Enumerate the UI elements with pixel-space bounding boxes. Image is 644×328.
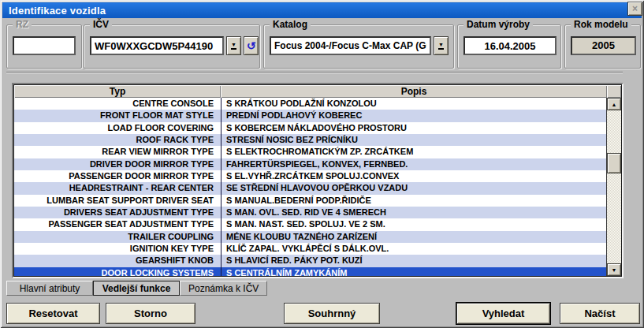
katalog-combobox[interactable] <box>270 36 431 55</box>
cell-typ[interactable]: FRONT FLOOR MAT STYLE <box>14 110 221 121</box>
table-row[interactable]: IGNITION KEY TYPE KLÍČ ZAPAL. VYKLÁPĚCÍ … <box>14 243 606 255</box>
scrollbar-thumb[interactable] <box>607 153 621 173</box>
cell-typ[interactable]: REAR VIEW MIRROR TYPE <box>14 146 221 158</box>
scrollbar-track[interactable] <box>607 110 621 263</box>
tab-poznamka-k-icv[interactable]: Poznámka k IČV <box>180 281 267 296</box>
vehicle-identification-dialog: Identifikace vozidla × RZ IČV ▼ ↺ Katalo… <box>0 0 644 328</box>
cell-typ[interactable]: HEADRESTRAINT - REAR CENTER <box>14 182 221 194</box>
icv-input[interactable] <box>90 36 224 55</box>
table-row[interactable]: FRONT FLOOR MAT STYLE PREDNÍ PODLAHOVÝ K… <box>14 110 606 121</box>
groupbox-datum-vyroby: Datum výroby <box>457 24 561 69</box>
table-row[interactable]: REAR VIEW MIRROR TYPE S ELEKTROCHROMATIC… <box>14 146 606 158</box>
cell-popis[interactable]: SE STŘEDNÍ HLAVOVOU OPĚRKOU VZADU <box>221 182 606 194</box>
icv-dropdown-button[interactable]: ▼ <box>226 36 241 55</box>
titlebar[interactable]: Identifikace vozidla <box>2 2 642 18</box>
nacist-button[interactable]: Načíst <box>560 303 640 324</box>
cell-typ[interactable]: TRAILER COUPLING <box>14 231 221 243</box>
cell-popis[interactable]: S KOBERCEM NÁKLADOVÉHO PROSTORU <box>221 122 606 134</box>
souhrnny-button[interactable]: Souhrnný <box>284 303 380 324</box>
close-button[interactable]: × <box>627 2 642 16</box>
tab-bar: Hlavní atributy Vedlejší funkce Poznámka… <box>6 281 267 296</box>
cell-popis[interactable]: S HLAVICÍ RED. PÁKY POT. KUZÍ <box>221 255 606 266</box>
table-row[interactable]: DRIVERS SEAT ADJUSTMENT TYPE S MAN. OVL.… <box>14 207 606 218</box>
header-corner <box>607 85 621 98</box>
cell-popis[interactable]: S KRÁTKOU PODLAŽNÍ KONZOLOU <box>221 98 606 110</box>
table-header: Typ Popis <box>14 85 621 98</box>
cell-typ[interactable]: DOOR LOCKING SYSTEMS <box>14 267 221 276</box>
table-row[interactable]: ROOF RACK TYPE STRESNÍ NOSIC BEZ PRÍCNÍK… <box>14 134 606 146</box>
groupbox-katalog: Katalog ▼ <box>263 24 454 69</box>
tab-hlavni-atributy[interactable]: Hlavní atributy <box>6 281 93 296</box>
scroll-up-button[interactable]: ▲ <box>607 98 621 110</box>
cell-typ[interactable]: GEARSHIFT KNOB <box>14 255 221 266</box>
table-row[interactable]: CENTRE CONSOLE S KRÁTKOU PODLAŽNÍ KONZOL… <box>14 98 606 110</box>
cell-typ[interactable]: ROOF RACK TYPE <box>14 134 221 146</box>
katalog-dropdown-button[interactable]: ▼ <box>434 36 449 55</box>
table-row[interactable]: PASSENGER SEAT ADJUSTMENT TYPE S MAN. NA… <box>14 218 606 230</box>
groupbox-rz: RZ <box>6 24 82 69</box>
katalog-label: Katalog <box>270 19 311 30</box>
cell-typ[interactable]: PASSENGER SEAT ADJUSTMENT TYPE <box>14 218 221 230</box>
cell-typ[interactable]: LUMBAR SEAT SUPPORT DRIVER SEAT <box>14 195 221 207</box>
table-rows: CENTRE CONSOLE S KRÁTKOU PODLAŽNÍ KONZOL… <box>14 98 606 276</box>
cell-popis[interactable]: STRESNÍ NOSIC BEZ PRÍCNÍKU <box>221 134 606 146</box>
tab-label: Poznámka k IČV <box>188 283 259 294</box>
cell-typ[interactable]: IGNITION KEY TYPE <box>14 243 221 255</box>
cell-popis[interactable]: S MAN. NAST. SED. SPOLUJ. VE 2 SM. <box>221 218 606 230</box>
groupbox-rok-modelu: Rok modelu 2005 <box>564 24 641 69</box>
dropdown-arrow-icon: ▼ <box>438 42 444 50</box>
table-row[interactable]: DRIVER DOOR MIRROR TYPE FAHRERTÜRSPIEGEL… <box>14 158 606 170</box>
table-row[interactable]: GEARSHIFT KNOB S HLAVICÍ RED. PÁKY POT. … <box>14 255 606 266</box>
close-icon: × <box>632 3 638 14</box>
datum-vyroby-label: Datum výroby <box>463 19 533 30</box>
undo-icon: ↺ <box>247 40 256 51</box>
table-row[interactable]: HEADRESTRAINT - REAR CENTER SE STŘEDNÍ H… <box>14 182 606 194</box>
table-row[interactable]: TRAILER COUPLING MÉNE KLOUBU TAZNÉHO ZAR… <box>14 231 606 243</box>
table-row[interactable]: LUMBAR SEAT SUPPORT DRIVER SEAT S MANUAL… <box>14 195 606 207</box>
cell-typ[interactable]: LOAD FLOOR COVERING <box>14 122 221 134</box>
rok-modelu-value: 2005 <box>571 36 636 55</box>
window-title: Identifikace vozidla <box>2 5 106 17</box>
cell-typ[interactable]: CENTRE CONSOLE <box>14 98 221 110</box>
scroll-up-icon: ▲ <box>612 102 617 107</box>
tab-label: Vedlejší funkce <box>102 283 171 294</box>
vyhledat-button[interactable]: Vyhledat <box>456 303 550 324</box>
tab-label: Hlavní atributy <box>20 283 80 294</box>
cell-popis[interactable]: MÉNE KLOUBU TAZNÉHO ZARÍZENÍ <box>221 231 606 243</box>
cell-typ[interactable]: DRIVERS SEAT ADJUSTMENT TYPE <box>14 207 221 218</box>
attributes-table: Typ Popis CENTRE CONSOLE S KRÁTKOU PODLA… <box>12 83 624 278</box>
table-row[interactable]: DOOR LOCKING SYSTEMS S CENTRÁLNÍM ZAMYKÁ… <box>14 267 606 276</box>
tab-vedlejsi-funkce[interactable]: Vedlejší funkce <box>93 281 180 296</box>
table-row[interactable]: LOAD FLOOR COVERING S KOBERCEM NÁKLADOVÉ… <box>14 122 606 134</box>
cell-popis[interactable]: S MAN. OVL. SED. RID VE 4 SMERECH <box>221 207 606 218</box>
cell-typ[interactable]: DRIVER DOOR MIRROR TYPE <box>14 158 221 170</box>
cell-popis[interactable]: S EL.VYHŘ.ZRCÁTKEM SPOLUJ.CONVEX <box>221 170 606 182</box>
cell-popis[interactable]: S ELEKTROCHROMATICKÝM ZP. ZRCÁTKEM <box>221 146 606 158</box>
icv-label: IČV <box>90 19 112 30</box>
cell-popis[interactable]: S MANUAL.BEDERNÍ PODP.ŘIDIČE <box>221 195 606 207</box>
cell-popis[interactable]: S CENTRÁLNÍM ZAMYKÁNÍM <box>221 267 606 276</box>
rok-modelu-label: Rok modelu <box>571 19 631 30</box>
scroll-down-icon: ▼ <box>612 267 617 273</box>
column-header-popis[interactable]: Popis <box>221 85 607 98</box>
separator-line <box>6 72 623 73</box>
table-row[interactable]: PASSENGER DOOR MIRROR TYPE S EL.VYHŘ.ZRC… <box>14 170 606 182</box>
cell-popis[interactable]: FAHRERTÜRSPIEGEL, KONVEX, FERNBED. <box>221 158 606 170</box>
scroll-down-button[interactable]: ▼ <box>607 263 621 276</box>
cell-popis[interactable]: KLÍČ ZAPAL. VYKLÁPĚCÍ S DÁLK.OVL. <box>221 243 606 255</box>
resetovat-button[interactable]: Resetovat <box>6 303 100 324</box>
rz-input[interactable] <box>13 36 76 55</box>
dropdown-arrow-icon: ▼ <box>231 42 236 50</box>
cell-popis[interactable]: PREDNÍ PODLAHOVÝ KOBEREC <box>221 110 606 121</box>
icv-undo-button[interactable]: ↺ <box>244 36 259 55</box>
storno-button[interactable]: Storno <box>106 303 195 324</box>
vertical-scrollbar[interactable]: ▲ ▼ <box>606 98 621 276</box>
groupbox-icv: IČV ▼ ↺ <box>84 24 260 69</box>
column-header-typ[interactable]: Typ <box>14 85 221 98</box>
cell-typ[interactable]: PASSENGER DOOR MIRROR TYPE <box>14 170 221 182</box>
rz-label: RZ <box>13 19 32 30</box>
datum-vyroby-input[interactable] <box>463 36 557 55</box>
